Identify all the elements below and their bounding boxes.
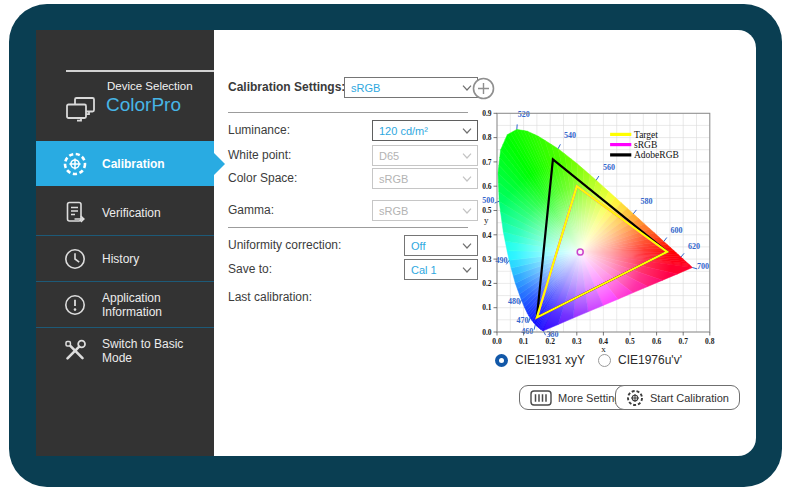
settings-panel-icon [530, 390, 552, 406]
svg-text:0.3: 0.3 [572, 337, 582, 346]
svg-text:500: 500 [482, 196, 494, 205]
svg-text:0.0: 0.0 [492, 337, 502, 346]
svg-text:0.5: 0.5 [482, 206, 492, 215]
sidebar-item-label: Verification [102, 206, 161, 220]
svg-text:0.4: 0.4 [482, 231, 492, 240]
radio-unselected-icon [598, 354, 611, 367]
sidebar-item-label: Calibration [102, 157, 165, 171]
svg-text:0.1: 0.1 [482, 303, 492, 312]
svg-text:540: 540 [564, 131, 576, 140]
device-selection[interactable]: Device Selection ColorPro [36, 78, 214, 130]
svg-text:Target: Target [634, 130, 658, 140]
chevron-down-icon [462, 128, 472, 134]
svg-text:0.8: 0.8 [482, 133, 492, 142]
gamma-value: sRGB [373, 205, 462, 217]
clock-icon [62, 247, 88, 271]
svg-text:700: 700 [697, 262, 709, 271]
radio-cie1931-label: CIE1931 xyY [515, 353, 585, 367]
uniformity-row: Uniformity correction: Off [228, 235, 480, 256]
calibration-settings-label: Calibration Settings: [228, 80, 345, 94]
radio-cie1976[interactable]: CIE1976u'v' [598, 353, 682, 367]
save-to-value: Cal 1 [405, 264, 462, 276]
svg-text:480: 480 [508, 297, 520, 306]
app-window: Device Selection ColorPro Calibration [36, 30, 756, 456]
svg-text:sRGB: sRGB [634, 140, 657, 150]
sidebar-item-label: Switch to Basic Mode [102, 337, 214, 365]
gamma-label: Gamma: [228, 203, 274, 217]
save-to-row: Save to: Cal 1 [228, 259, 480, 280]
device-name: ColorPro [106, 94, 181, 116]
sidebar-item-label: Application Information [102, 291, 214, 319]
main-panel: Calibration Settings: sRGB Luminance: 12… [214, 30, 756, 456]
plus-circle-icon [472, 77, 495, 100]
svg-text:0.6: 0.6 [652, 337, 662, 346]
color-space-value: sRGB [373, 173, 462, 185]
sidebar-item-verification[interactable]: Verification [36, 190, 214, 235]
divider [228, 227, 468, 228]
svg-text:0.9: 0.9 [482, 109, 492, 118]
svg-text:470: 470 [516, 316, 528, 325]
svg-text:460: 460 [521, 327, 533, 336]
uniformity-correction-value: Off [405, 240, 462, 252]
color-space-label: Color Space: [228, 171, 297, 185]
uniformity-correction-select[interactable]: Off [404, 235, 478, 256]
sidebar-item-switch-basic-mode[interactable]: Switch to Basic Mode [36, 327, 214, 373]
white-point-label: White point: [228, 148, 291, 162]
white-point-value: D65 [373, 150, 462, 162]
svg-text:0.6: 0.6 [482, 182, 492, 191]
chevron-down-icon [462, 208, 472, 214]
luminance-value: 120 cd/m² [373, 125, 462, 137]
last-calibration-row: Last calibration: [228, 287, 480, 308]
last-calibration-label: Last calibration: [228, 290, 312, 304]
gamma-row: Gamma: sRGB [228, 200, 480, 221]
luminance-select[interactable]: 120 cd/m² [372, 120, 478, 141]
sidebar-item-label: History [102, 252, 139, 266]
sidebar-top-divider [66, 70, 214, 72]
white-point-select[interactable]: D65 [372, 145, 478, 166]
sidebar-item-history[interactable]: History [36, 235, 214, 281]
radio-selected-icon [495, 354, 508, 367]
svg-text:y: y [484, 215, 489, 225]
device-selection-label: Device Selection [107, 80, 193, 92]
target-dial-icon [62, 151, 88, 177]
start-calibration-button[interactable]: Start Calibration [615, 385, 740, 410]
chevron-down-icon [462, 267, 472, 273]
uniformity-correction-label: Uniformity correction: [228, 238, 341, 252]
start-calibration-label: Start Calibration [650, 392, 729, 404]
svg-text:620: 620 [688, 242, 700, 251]
cie-chromaticity-chart: 5205405605806006207005004904804704603800… [480, 100, 732, 356]
svg-text:0.1: 0.1 [519, 337, 529, 346]
svg-text:0.3: 0.3 [482, 255, 492, 264]
chevron-down-icon [462, 85, 472, 91]
save-to-label: Save to: [228, 262, 272, 276]
sidebar-nav: Calibration Verification [36, 141, 214, 373]
calibration-settings-select[interactable]: sRGB [344, 77, 478, 98]
screenshot-canvas: Device Selection ColorPro Calibration [0, 0, 790, 491]
luminance-label: Luminance: [228, 123, 290, 137]
save-to-select[interactable]: Cal 1 [404, 259, 478, 280]
gamma-select[interactable]: sRGB [372, 200, 478, 221]
sidebar-item-application-information[interactable]: Application Information [36, 281, 214, 327]
sidebar: Device Selection ColorPro Calibration [36, 30, 214, 456]
radio-cie1931[interactable]: CIE1931 xyY [495, 353, 585, 367]
color-space-select[interactable]: sRGB [372, 168, 478, 189]
white-point-row: White point: D65 [228, 145, 480, 166]
divider [228, 112, 468, 113]
sidebar-item-calibration[interactable]: Calibration [36, 141, 214, 186]
chevron-down-icon [462, 176, 472, 182]
luminance-row: Luminance: 120 cd/m² [228, 120, 480, 141]
add-profile-button[interactable] [472, 77, 495, 100]
chevron-down-icon [462, 243, 472, 249]
svg-text:0.0: 0.0 [482, 328, 492, 337]
svg-text:520: 520 [518, 110, 530, 119]
svg-text:600: 600 [670, 226, 682, 235]
svg-text:0.7: 0.7 [482, 158, 492, 167]
calibration-settings-value: sRGB [345, 82, 462, 94]
svg-text:0.2: 0.2 [546, 337, 556, 346]
chevron-down-icon [462, 153, 472, 159]
document-arrow-icon [62, 201, 88, 225]
target-dial-icon [626, 389, 644, 407]
svg-text:0.5: 0.5 [625, 337, 635, 346]
radio-cie1976-label: CIE1976u'v' [618, 353, 682, 367]
svg-text:0.7: 0.7 [679, 337, 689, 346]
